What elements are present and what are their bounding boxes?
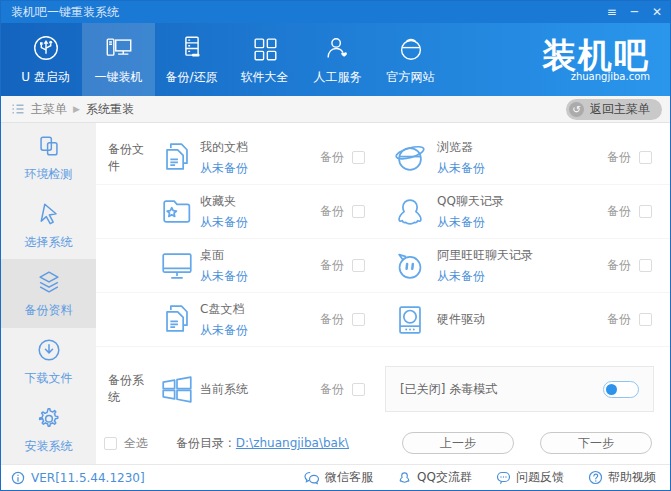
menu-icon[interactable]: ≡ <box>607 5 617 19</box>
backup-label: 备份 <box>320 381 344 398</box>
backup-checkbox[interactable] <box>639 151 652 164</box>
backup-status-link[interactable]: 从未备份 <box>437 268 607 285</box>
sidebar-label: 安装系统 <box>25 438 73 455</box>
backup-status-link[interactable]: 从未备份 <box>437 214 607 231</box>
nav-label: 一键装机 <box>95 69 143 86</box>
app-window: 装机吧一键重装系统 ≡ ─ ✕ U 盘启动 一键装机 备份/还原 软件大全 人工… <box>0 0 671 491</box>
qq-group-link[interactable]: QQ交流群 <box>397 469 472 486</box>
help-video-link[interactable]: 帮助视频 <box>588 469 656 486</box>
sidebar-item-select-system[interactable]: 选择系统 <box>1 191 96 259</box>
next-step-button[interactable]: 下一步 <box>540 432 652 454</box>
body: 环境检测 选择系统 备份资料 下载文件 安装系统 <box>1 123 670 464</box>
back-arrow-icon: ↺ <box>569 102 584 117</box>
return-main-menu-button[interactable]: ↺ 返回主菜单 <box>566 99 662 120</box>
qq-group-icon <box>397 470 412 485</box>
nav-label: 官方网站 <box>387 69 435 86</box>
backup-cell-desktop: 桌面从未备份 备份 <box>96 239 383 293</box>
sidebar-label: 选择系统 <box>25 234 73 251</box>
nav-item-support[interactable]: 人工服务 <box>301 23 374 96</box>
backup-checkbox[interactable] <box>352 205 365 218</box>
install-system-icon <box>35 404 63 432</box>
backup-label: 备份 <box>320 311 344 328</box>
footer-link-label: 帮助视频 <box>608 469 656 486</box>
breadcrumb: 主菜单 ▶ 系统重装 ↺ 返回主菜单 <box>1 96 670 123</box>
backup-checkbox[interactable] <box>352 383 365 396</box>
sidebar-item-environment-check[interactable]: 环境检测 <box>1 123 96 191</box>
antivirus-toggle[interactable] <box>603 381 639 398</box>
backup-cell-my-documents: 备份文件 我的文档从未备份 备份 <box>96 131 383 185</box>
backup-checkbox[interactable] <box>639 313 652 326</box>
footer-link-label: QQ交流群 <box>417 469 472 486</box>
wechat-icon <box>304 470 320 485</box>
sidebar-item-download-files[interactable]: 下载文件 <box>1 328 96 396</box>
backup-status-link[interactable]: 从未备份 <box>200 160 320 177</box>
footer-link-label: 微信客服 <box>325 469 373 486</box>
item-name: 浏览器 <box>437 139 607 156</box>
brand-text: 装机吧 <box>542 37 650 73</box>
sidebar: 环境检测 选择系统 备份资料 下载文件 安装系统 <box>1 123 96 464</box>
item-name: 收藏夹 <box>200 193 320 210</box>
documents-icon <box>154 139 200 177</box>
backup-label: 备份 <box>320 257 344 274</box>
close-icon[interactable]: ✕ <box>652 5 662 19</box>
sidebar-item-backup-data[interactable]: 备份资料 <box>1 259 96 327</box>
nav-label: 软件大全 <box>241 69 289 86</box>
support-person-icon <box>323 34 353 64</box>
nav-item-usb-boot[interactable]: U 盘启动 <box>9 23 82 96</box>
nav-label: 人工服务 <box>314 69 362 86</box>
feedback-link[interactable]: 问题反馈 <box>496 469 564 486</box>
backup-label: 备份 <box>607 149 631 166</box>
backup-status-link[interactable]: 从未备份 <box>437 160 607 177</box>
backup-status-link[interactable]: 从未备份 <box>200 268 320 285</box>
backup-checkbox[interactable] <box>352 151 365 164</box>
nav-item-one-click-install[interactable]: 一键装机 <box>82 23 155 96</box>
minimize-icon[interactable]: ─ <box>631 5 638 19</box>
nav-label: 备份/还原 <box>165 69 217 86</box>
help-icon <box>588 470 603 485</box>
backup-row-system: 备份系统 当前系统 备份 [已关闭] 杀毒模式 <box>96 357 670 421</box>
browser-icon <box>383 139 437 177</box>
select-all-checkbox[interactable] <box>104 437 117 450</box>
breadcrumb-arrow-icon: ▶ <box>73 104 80 114</box>
backup-checkbox[interactable] <box>639 205 652 218</box>
nav-item-backup-restore[interactable]: 备份/还原 <box>155 23 228 96</box>
qq-icon <box>383 193 437 231</box>
favorites-folder-icon <box>154 193 200 231</box>
backup-checkbox[interactable] <box>352 259 365 272</box>
software-grid-icon <box>250 34 280 64</box>
statusbar: VER[11.5.44.1230] 微信客服 QQ交流群 问题反馈 帮助视频 <box>1 464 670 490</box>
backup-status-link[interactable]: 从未备份 <box>200 214 320 231</box>
wechat-support-link[interactable]: 微信客服 <box>304 469 373 486</box>
backup-row: 备份文件 我的文档从未备份 备份 浏览器从未备份 备份 <box>96 131 670 185</box>
wangwang-icon <box>383 247 437 285</box>
download-files-icon <box>35 336 63 364</box>
nav-label: U 盘启动 <box>21 69 70 86</box>
sidebar-item-install-system[interactable]: 安装系统 <box>1 396 96 464</box>
documents-icon <box>154 301 200 339</box>
backup-restore-icon <box>177 34 207 64</box>
backup-dir-link[interactable]: D:\zhuangjiba\bak\ <box>236 436 349 450</box>
backup-checkbox[interactable] <box>639 259 652 272</box>
backup-cell-qq-history: QQ聊天记录从未备份 备份 <box>383 185 670 239</box>
breadcrumb-root[interactable]: 主菜单 <box>31 101 67 118</box>
backup-row: C盘文档从未备份 备份 硬件驱动 备份 <box>96 293 670 347</box>
backup-status-link[interactable]: 从未备份 <box>200 322 320 339</box>
backup-checkbox[interactable] <box>352 313 365 326</box>
backup-row: 收藏夹从未备份 备份 QQ聊天记录从未备份 备份 <box>96 185 670 239</box>
item-name: QQ聊天记录 <box>437 193 607 210</box>
breadcrumb-current: 系统重装 <box>86 101 134 118</box>
backup-grid: 备份文件 我的文档从未备份 备份 浏览器从未备份 备份 <box>96 123 670 421</box>
item-name: C盘文档 <box>200 301 320 318</box>
section-label-files: 备份文件 <box>96 141 154 175</box>
backup-label: 备份 <box>607 311 631 328</box>
nav-item-website[interactable]: 官方网站 <box>374 23 447 96</box>
sidebar-label: 环境检测 <box>25 166 73 183</box>
backup-label: 备份 <box>607 257 631 274</box>
previous-step-button[interactable]: 上一步 <box>402 432 514 454</box>
nav-item-software[interactable]: 软件大全 <box>228 23 301 96</box>
antivirus-mode-box: [已关闭] 杀毒模式 <box>385 366 654 412</box>
feedback-icon <box>496 470 511 485</box>
list-icon <box>11 102 25 116</box>
footer-link-label: 问题反馈 <box>516 469 564 486</box>
backup-dir-label: 备份目录 : <box>176 435 232 452</box>
